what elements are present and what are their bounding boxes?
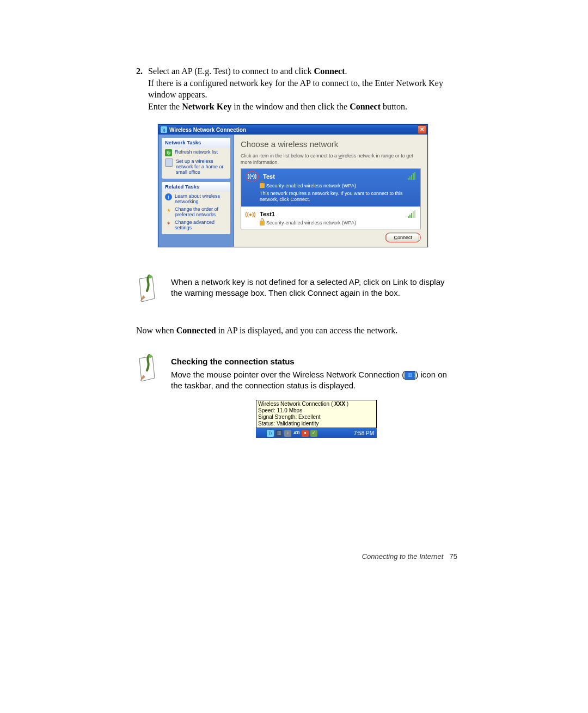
sidebar-item-label: Refresh network list [175, 149, 218, 156]
network-list: ((•)) Test Security-enabled wireless net… [241, 168, 421, 229]
wireless-icon: )) [161, 126, 167, 133]
sidebar-item-label: Change the order of preferred networks [175, 206, 227, 217]
highlight-ring: Connect [385, 233, 421, 242]
note-heading: Checking the connection status [171, 356, 457, 367]
signal-bars-icon [408, 210, 415, 218]
taskbar-sample: Wireless Network Connection ( XXX ) Spee… [256, 400, 377, 438]
lock-icon [260, 221, 265, 226]
sidebar-item-label: Learn about wireless networking [175, 193, 227, 204]
connect-button[interactable]: Connect [387, 234, 419, 241]
panel-header: Related Tasks [162, 182, 230, 192]
sidebar-item-label: Change advanced settings [175, 220, 227, 230]
tray-wireless-icon[interactable]: )) [267, 430, 274, 437]
window-title: Wireless Network Connection [169, 127, 246, 133]
wireless-tray-icon: ▥ [405, 371, 415, 380]
step-bold-connect2: Connect [350, 102, 381, 111]
sidebar-item-order[interactable]: ★ Change the order of preferred networks [162, 205, 230, 218]
system-tray: )) ▥ ♪ ATI ● ✓ 7:58 PM [256, 428, 377, 438]
lock-icon [260, 183, 265, 188]
setup-icon [165, 159, 173, 167]
tray-shield-icon[interactable]: ● [302, 430, 309, 437]
signal-bars-icon [408, 172, 415, 180]
network-name: Test [263, 173, 275, 180]
step-text-2: If there is a configured network key for… [148, 78, 443, 100]
network-description: This network requires a network key. If … [260, 191, 416, 203]
antenna-icon: ((•)) [246, 171, 259, 182]
window-heading: Choose a wireless network [241, 139, 421, 149]
svg-point-0 [149, 275, 152, 278]
network-item-test1[interactable]: ((●)) Test1 Security-enabled wireless ne… [241, 207, 420, 229]
close-button[interactable]: ✕ [418, 125, 426, 134]
tray-clock[interactable]: 7:58 PM [353, 430, 375, 437]
network-security: Security-enabled wireless network (WPA) [260, 183, 416, 188]
tray-display-icon[interactable]: ▥ [275, 430, 283, 437]
sidebar-item-learn[interactable]: i Learn about wireless networking [162, 192, 230, 205]
sidebar-panel-related-tasks: Related Tasks i Learn about wireless net… [162, 182, 230, 234]
sidebar-item-setup[interactable]: Set up a wireless network for a home or … [162, 157, 230, 175]
window-titlebar[interactable]: )) Wireless Network Connection ✕ [158, 125, 427, 135]
page-footer: Connecting to the Internet 75 [136, 552, 457, 560]
network-name: Test1 [260, 211, 275, 217]
sidebar-item-refresh[interactable]: ↻ Refresh network list [162, 148, 230, 157]
tray-safely-remove-icon[interactable]: ✓ [310, 430, 317, 437]
step-bold-connect: Connect [314, 66, 345, 76]
wireless-connection-window: )) Wireless Network Connection ✕ Network… [158, 124, 428, 247]
sidebar-panel-network-tasks: Network Tasks ↻ Refresh network list Set… [162, 138, 230, 179]
svg-point-1 [149, 355, 152, 358]
info-icon: i [165, 193, 172, 200]
tray-volume-icon[interactable]: ♪ [284, 430, 291, 437]
step-text: Select an AP (E.g. Test) to connect to a… [148, 66, 314, 76]
panel-header: Network Tasks [162, 138, 230, 148]
window-main: Choose a wireless network Click an item … [234, 135, 427, 247]
gear-icon: ✶ [165, 220, 172, 227]
network-security: Security-enabled wireless network (WPA) [260, 220, 416, 226]
sidebar: Network Tasks ↻ Refresh network list Set… [158, 135, 234, 247]
antenna-icon: ((●)) [246, 209, 255, 219]
window-subtext: Click an item in the list below to conne… [241, 153, 421, 166]
refresh-icon: ↻ [165, 149, 172, 156]
connection-tooltip: Wireless Network Connection ( XXX ) Spee… [256, 400, 377, 428]
note-icon [136, 354, 159, 385]
note-body-2: Checking the connection status Move the … [171, 354, 457, 438]
star-icon: ★ [165, 206, 172, 214]
note-body-1: When a network key is not defined for a … [171, 275, 457, 305]
step-body: Select an AP (E.g. Test) to connect to a… [148, 65, 457, 112]
network-item-test[interactable]: ((•)) Test Security-enabled wireless net… [241, 169, 420, 207]
step-bold-networkkey: Network Key [182, 102, 231, 111]
tray-ati-icon[interactable]: ATI [293, 430, 300, 437]
sidebar-item-advanced[interactable]: ✶ Change advanced settings [162, 218, 230, 231]
step-number: 2. [136, 65, 148, 112]
connected-line: Now when Connected in AP is displayed, a… [136, 325, 457, 337]
sidebar-item-label: Set up a wireless network for a home or … [176, 159, 227, 175]
note-icon [136, 275, 159, 305]
